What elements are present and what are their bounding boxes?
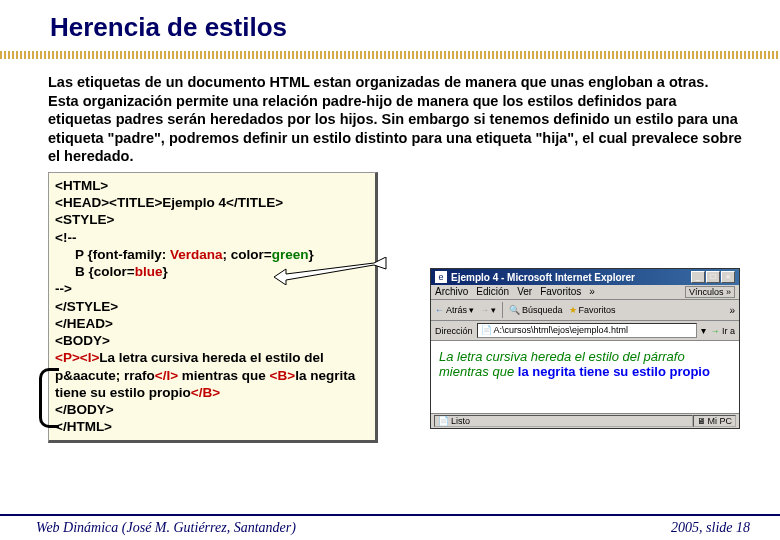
rendered-mid: mientras que: [439, 364, 518, 379]
back-arrow-icon: ←: [435, 305, 444, 315]
code-text: mientras que: [178, 368, 270, 383]
ie-icon: e: [435, 271, 447, 283]
browser-titlebar: e Ejemplo 4 - Microsoft Internet Explore…: [431, 269, 739, 285]
code-line: <BODY>: [55, 332, 369, 349]
code-value: green: [272, 247, 309, 262]
chevrons-icon[interactable]: »: [729, 305, 735, 316]
slide-title: Herencia de estilos: [0, 0, 780, 51]
rendered-italic: La letra cursiva hereda el estilo del pá…: [439, 349, 685, 364]
go-label: Ir a: [722, 326, 735, 336]
window-controls: _ □ ×: [691, 271, 735, 283]
close-button[interactable]: ×: [721, 271, 735, 283]
slide-footer: Web Dinámica (José M. Gutiérrez, Santand…: [0, 514, 780, 540]
menu-ver[interactable]: Ver: [517, 286, 532, 298]
code-line: <P><I>La letra cursiva hereda el estilo …: [55, 349, 369, 401]
code-text: B {color=: [75, 264, 135, 279]
back-label: Atrás: [446, 305, 467, 315]
page-icon: 📄: [438, 416, 449, 426]
title-divider: [0, 51, 780, 59]
footer-right: 2005, slide 18: [671, 520, 750, 536]
code-line: </BODY>: [55, 401, 369, 418]
code-text: }: [308, 247, 313, 262]
computer-icon: 🖥: [697, 416, 706, 426]
rendered-bold: la negrita tiene su estilo propio: [518, 364, 710, 379]
favorites-button[interactable]: ★ Favoritos: [569, 305, 616, 315]
code-tag: <B>: [270, 368, 296, 383]
links-bar[interactable]: Vínculos »: [685, 286, 735, 298]
dropdown-icon: ▾: [491, 305, 496, 315]
code-example: <HTML> <HEAD><TITLE>Ejemplo 4</TITLE> <S…: [48, 172, 378, 443]
status-left: 📄 Listo: [434, 415, 693, 427]
forward-arrow-icon: →: [480, 305, 489, 315]
status-right: 🖥 Mi PC: [693, 415, 737, 427]
menu-edicion[interactable]: Edición: [476, 286, 509, 298]
browser-title-text: Ejemplo 4 - Microsoft Internet Explorer: [451, 272, 687, 283]
status-text: Listo: [451, 416, 470, 426]
maximize-button[interactable]: □: [706, 271, 720, 283]
code-text: P {font-family:: [75, 247, 166, 262]
links-label: Vínculos: [689, 287, 724, 297]
code-line: B {color=blue}: [55, 263, 369, 280]
code-line: <HTML>: [55, 177, 369, 194]
address-input[interactable]: 📄 A:\cursos\html\ejos\ejemplo4.html: [477, 323, 698, 338]
code-line: P {font-family: Verdana; color=green}: [55, 246, 369, 263]
code-line: <!--: [55, 229, 369, 246]
address-label: Dirección: [435, 326, 473, 336]
star-icon: ★: [569, 305, 577, 315]
code-tag: </I>: [155, 368, 178, 383]
menu-chevrons-icon[interactable]: »: [589, 286, 595, 298]
browser-window: e Ejemplo 4 - Microsoft Internet Explore…: [430, 268, 740, 429]
intro-paragraph: Las etiquetas de un documento HTML estan…: [48, 73, 742, 166]
separator: [502, 302, 503, 318]
address-value: A:\cursos\html\ejos\ejemplo4.html: [494, 325, 629, 335]
code-value: Verdana: [166, 247, 222, 262]
browser-viewport: La letra cursiva hereda el estilo del pá…: [431, 341, 739, 413]
code-tag: </B>: [191, 385, 220, 400]
code-line: </STYLE>: [55, 298, 369, 315]
code-line: <STYLE>: [55, 211, 369, 228]
minimize-button[interactable]: _: [691, 271, 705, 283]
menu-archivo[interactable]: Archivo: [435, 286, 468, 298]
code-text: }: [162, 264, 167, 279]
code-line: </HEAD>: [55, 315, 369, 332]
favorites-label: Favoritos: [579, 305, 616, 315]
page-icon: 📄: [481, 325, 492, 335]
dropdown-icon[interactable]: ▾: [701, 325, 706, 336]
search-button[interactable]: 🔍 Búsqueda: [509, 305, 563, 315]
browser-menubar: Archivo Edición Ver Favoritos » Vínculos…: [431, 285, 739, 300]
footer-left: Web Dinámica (José M. Gutiérrez, Santand…: [36, 520, 296, 536]
search-icon: 🔍: [509, 305, 520, 315]
go-icon: →: [710, 326, 719, 336]
code-line: </HTML>: [55, 418, 369, 435]
menu-favoritos[interactable]: Favoritos: [540, 286, 581, 298]
annotation-bracket-icon: [39, 368, 59, 428]
back-button[interactable]: ← Atrás ▾: [435, 305, 474, 315]
forward-button[interactable]: → ▾: [480, 305, 496, 315]
go-button[interactable]: → Ir a: [710, 326, 735, 336]
code-line: -->: [55, 280, 369, 297]
code-tag: <P><I>: [55, 350, 99, 365]
code-text: ; color=: [223, 247, 272, 262]
browser-toolbar: ← Atrás ▾ → ▾ 🔍 Búsqueda ★ Favoritos »: [431, 300, 739, 321]
status-zone: Mi PC: [708, 416, 733, 426]
browser-statusbar: 📄 Listo 🖥 Mi PC: [431, 413, 739, 428]
dropdown-icon: ▾: [469, 305, 474, 315]
chevrons-icon: »: [726, 287, 731, 297]
code-value: blue: [135, 264, 163, 279]
search-label: Búsqueda: [522, 305, 563, 315]
address-bar: Dirección 📄 A:\cursos\html\ejos\ejemplo4…: [431, 321, 739, 341]
code-line: <HEAD><TITLE>Ejemplo 4</TITLE>: [55, 194, 369, 211]
